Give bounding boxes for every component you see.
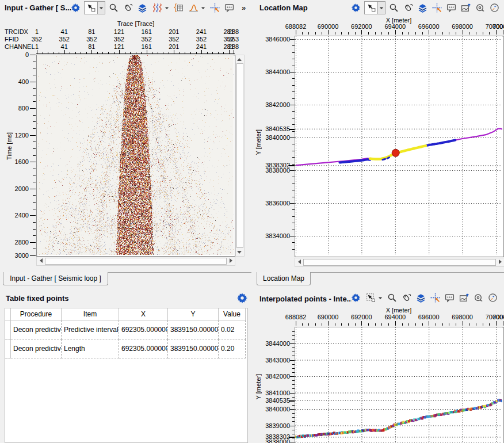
location-tab[interactable]: Location Map	[257, 272, 311, 285]
compass-icon	[490, 3, 499, 13]
table-cell[interactable]: Decon predictive	[11, 320, 62, 339]
scroll-left-arrow[interactable]	[37, 257, 44, 264]
layers-button[interactable]	[417, 2, 429, 14]
export-image-button[interactable]	[458, 292, 470, 304]
zoom-button[interactable]	[386, 292, 398, 304]
comment-button[interactable]	[445, 2, 457, 14]
gather-panel: Input - Gather [ S... » Trace [Trace] TR…	[0, 0, 251, 270]
select-mode-dotted-button[interactable]	[364, 292, 384, 304]
x-tick-label: 690000	[314, 314, 342, 320]
wiggle-button[interactable]	[151, 2, 170, 14]
y-tick-label: 3842000	[258, 373, 290, 380]
layers-button[interactable]	[415, 292, 427, 304]
header-row-label: FFID	[5, 36, 18, 43]
y-tick-label: 3840000	[258, 134, 290, 141]
dropdown-arrow-icon[interactable]	[200, 2, 207, 14]
column-header[interactable]: Value	[219, 308, 246, 320]
y-tick-label: 3844000	[258, 68, 290, 75]
gear-button[interactable]	[70, 2, 82, 14]
zoom-button[interactable]	[388, 2, 400, 14]
column-header[interactable]: Procedure	[11, 308, 62, 320]
dropdown-arrow-icon[interactable]	[97, 2, 105, 14]
location-hscrollbar[interactable]	[295, 258, 504, 267]
zoom-button[interactable]	[108, 2, 120, 14]
table-cell[interactable]: 692305.000000	[119, 339, 168, 358]
table-cell[interactable]: 3839150.000000	[168, 339, 219, 358]
x-tick-label: 694000	[381, 314, 410, 320]
table-cell[interactable]: Length	[62, 339, 119, 358]
pick-crosshair-icon	[210, 3, 220, 13]
table-cell[interactable]: Decon predictive	[11, 339, 62, 358]
gather-tab[interactable]: Input - Gather [ Seismic loop ]	[3, 272, 108, 285]
row-selector[interactable]	[5, 320, 11, 339]
header-value: 41	[52, 43, 77, 50]
header-value: 201	[161, 43, 186, 50]
header-value: 201	[161, 28, 186, 35]
histogram-button[interactable]	[187, 2, 207, 14]
seismic-plot-frame	[36, 55, 235, 257]
y-tick-label: 3842000	[258, 101, 290, 108]
table-row[interactable]: Decon predictiveLength692305.00000038391…	[5, 339, 247, 358]
interp-panel-title: Interpolated points - Inte...	[259, 295, 352, 303]
seismic-vscrollbar[interactable]	[235, 55, 245, 257]
pick-crosshair-button[interactable]	[429, 292, 441, 304]
table-cell[interactable]: 3839150.000000	[168, 320, 219, 339]
vscroll-thumb[interactable]	[236, 63, 243, 248]
location-map-canvas[interactable]	[295, 36, 502, 255]
mouse-icon	[403, 3, 413, 13]
tabline-right	[310, 272, 504, 273]
compass-button[interactable]	[488, 2, 501, 14]
hscroll-thumb[interactable]	[45, 258, 227, 265]
mouse-button[interactable]	[400, 292, 413, 304]
dropdown-arrow-icon[interactable]	[377, 2, 385, 14]
scroll-right-arrow[interactable]	[497, 258, 503, 265]
pick-crosshair-button[interactable]	[209, 2, 221, 14]
pick-crosshair-button[interactable]	[431, 2, 443, 14]
table-gear-button[interactable]	[236, 292, 248, 304]
seismic-gather-canvas[interactable]	[37, 55, 234, 255]
row-selector[interactable]	[5, 339, 11, 358]
header-value: 1	[24, 43, 49, 50]
table-row[interactable]: Decon predictivePredictive interval69230…	[5, 320, 247, 339]
mouse-button[interactable]	[402, 2, 414, 14]
export-image-button[interactable]	[460, 2, 472, 14]
table-cell[interactable]: 692305.000000	[119, 320, 168, 339]
gear-button[interactable]	[350, 292, 362, 304]
overflow-button[interactable]: »	[238, 2, 250, 14]
table-cell[interactable]: Predictive interval	[62, 320, 119, 339]
header-grid-button[interactable]	[173, 2, 185, 14]
scroll-up-arrow[interactable]	[236, 56, 243, 63]
comment-button[interactable]	[223, 2, 235, 14]
column-header[interactable]: Item	[62, 308, 119, 320]
layers-button[interactable]	[136, 2, 148, 14]
scroll-down-arrow[interactable]	[236, 249, 243, 255]
export-image-icon	[459, 293, 469, 303]
column-header[interactable]: Y	[168, 308, 219, 320]
scroll-left-arrow[interactable]	[296, 258, 303, 265]
histogram-icon	[187, 2, 200, 14]
compass-button[interactable]	[487, 292, 499, 304]
y-tick-label: 3836000	[258, 200, 290, 207]
table-cell[interactable]: 0.02	[219, 320, 246, 339]
header-value: 241	[189, 28, 214, 35]
select-mode-button[interactable]	[84, 1, 105, 14]
column-header[interactable]: X	[119, 308, 168, 320]
trace-axis-title: Trace [Trace]	[36, 20, 235, 27]
dropdown-arrow-icon[interactable]	[377, 292, 384, 304]
interp-map-canvas[interactable]	[295, 327, 502, 443]
record-button[interactable]	[474, 2, 486, 14]
gear-button[interactable]	[350, 2, 362, 14]
seismic-hscrollbar[interactable]	[36, 257, 235, 266]
hscroll-thumb[interactable]	[303, 259, 496, 266]
mouse-button[interactable]	[122, 2, 134, 14]
comment-button[interactable]	[444, 292, 456, 304]
dropdown-arrow-icon[interactable]	[163, 2, 170, 14]
header-value: 121	[106, 43, 132, 50]
location-toolbar	[350, 1, 504, 14]
scroll-right-arrow[interactable]	[227, 257, 234, 264]
location-plot-frame	[295, 36, 504, 257]
header-value: 241	[189, 43, 214, 50]
table-cell[interactable]: 0.20	[219, 339, 246, 358]
record-button[interactable]	[472, 292, 484, 304]
select-mode-button[interactable]	[364, 1, 385, 14]
